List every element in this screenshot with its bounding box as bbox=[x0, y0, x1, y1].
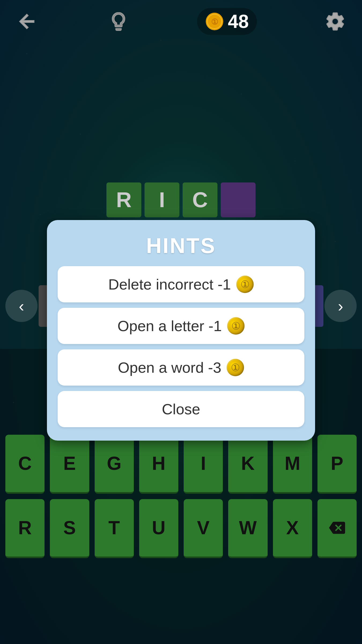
delete-incorrect-coin bbox=[236, 276, 254, 293]
hints-title: HINTS bbox=[58, 233, 304, 258]
open-letter-button[interactable]: Open a letter -1 bbox=[58, 308, 304, 344]
open-word-label: Open a word -3 bbox=[118, 359, 221, 376]
close-label: Close bbox=[162, 400, 200, 418]
close-button[interactable]: Close bbox=[58, 391, 304, 427]
delete-incorrect-label: Delete incorrect -1 bbox=[108, 276, 231, 293]
delete-incorrect-button[interactable]: Delete incorrect -1 bbox=[58, 266, 304, 302]
modal-overlay: HINTS Delete incorrect -1 Open a letter … bbox=[0, 0, 362, 644]
hints-modal: HINTS Delete incorrect -1 Open a letter … bbox=[47, 220, 315, 441]
open-letter-label: Open a letter -1 bbox=[117, 317, 222, 335]
open-word-button[interactable]: Open a word -3 bbox=[58, 349, 304, 386]
open-letter-coin bbox=[227, 317, 245, 335]
open-word-coin bbox=[227, 359, 244, 376]
